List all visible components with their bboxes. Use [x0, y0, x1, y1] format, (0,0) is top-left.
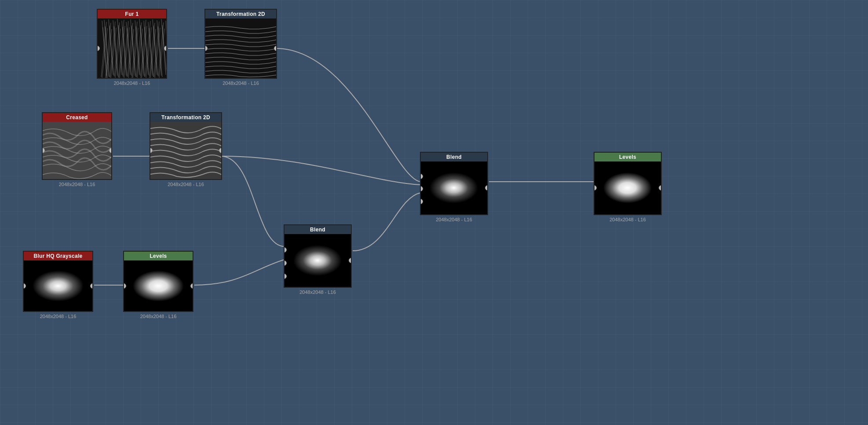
node-transformation2d-mid-label: 2048x2048 - L16: [168, 182, 204, 187]
svg-rect-0: [98, 18, 166, 78]
node-levels-bottom-label: 2048x2048 - L16: [140, 314, 177, 319]
node-blend-mid-header: Blend: [421, 153, 487, 161]
node-transformation2d-mid-header: Transformation 2D: [150, 113, 221, 122]
node-creased[interactable]: Creased: [42, 112, 112, 187]
node-blend-bottom-connector-left3[interactable]: [284, 274, 287, 279]
node-levels-right-label: 2048x2048 - L16: [609, 217, 646, 222]
node-levels-right-header: Levels: [594, 153, 661, 161]
node-blend-mid-connector-left3[interactable]: [421, 199, 423, 204]
svg-point-67: [603, 172, 652, 203]
node-blend-mid-connector-right[interactable]: [485, 185, 487, 191]
node-fur1-header: Fur 1: [98, 10, 166, 18]
node-levels-right[interactable]: Levels 2048x2048 - L16: [594, 152, 662, 222]
node-creased-connector-right[interactable]: [109, 148, 111, 153]
node-blend-mid-connector-left1[interactable]: [421, 174, 423, 179]
node-blur-hq-header: Blur HQ Grayscale: [24, 252, 92, 260]
node-levels-bottom-connector-left[interactable]: [124, 283, 126, 289]
node-blend-mid-connector-left2[interactable]: [421, 186, 423, 191]
node-blur-hq-connector-left[interactable]: [24, 283, 26, 289]
svg-point-63: [33, 271, 84, 301]
node-blend-bottom-connector-right[interactable]: [349, 258, 351, 263]
node-transformation2d-top-header: Transformation 2D: [205, 10, 276, 18]
node-blend-bottom-header: Blend: [284, 225, 351, 234]
node-levels-right-connector-right[interactable]: [659, 185, 661, 191]
node-blur-hq[interactable]: Blur HQ Grayscale 2048x2048 - L16: [23, 251, 93, 319]
svg-point-66: [430, 172, 478, 203]
node-levels-bottom-header: Levels: [124, 252, 193, 260]
node-levels-right-connector-left[interactable]: [594, 185, 597, 191]
node-transformation2d-top-label: 2048x2048 - L16: [222, 81, 259, 86]
node-creased-header: Creased: [43, 113, 111, 122]
node-levels-bottom[interactable]: Levels 2048x2048 - L16: [123, 251, 193, 319]
svg-rect-60: [205, 18, 276, 78]
node-levels-bottom-connector-right[interactable]: [190, 283, 193, 289]
node-blend-bottom[interactable]: Blend 2048x2048 - L16: [284, 224, 352, 295]
node-blend-mid-label: 2048x2048 - L16: [436, 217, 472, 222]
node-fur1-connector-right[interactable]: [164, 46, 166, 51]
node-blend-bottom-connector-left1[interactable]: [284, 247, 287, 253]
node-fur1-label: 2048x2048 - L16: [114, 81, 150, 86]
node-transformation2d-top[interactable]: Transformation 2D: [204, 9, 277, 86]
node-transformation2d-top-connector-right[interactable]: [274, 46, 276, 51]
node-blur-hq-label: 2048x2048 - L16: [40, 314, 77, 319]
node-transformation2d-mid[interactable]: Transformation 2D 2048x2048 - L: [150, 112, 222, 187]
node-blend-bottom-label: 2048x2048 - L16: [299, 289, 336, 295]
node-blend-bottom-connector-left2[interactable]: [284, 260, 287, 266]
node-transformation2d-mid-connector-right[interactable]: [219, 148, 221, 153]
node-fur1[interactable]: Fur 1: [97, 9, 167, 86]
node-blur-hq-connector-right[interactable]: [90, 283, 92, 289]
svg-point-64: [133, 271, 184, 301]
node-creased-label: 2048x2048 - L16: [59, 182, 95, 187]
svg-point-65: [293, 245, 342, 276]
node-blend-mid[interactable]: Blend 2048x2048 - L16: [420, 152, 488, 222]
